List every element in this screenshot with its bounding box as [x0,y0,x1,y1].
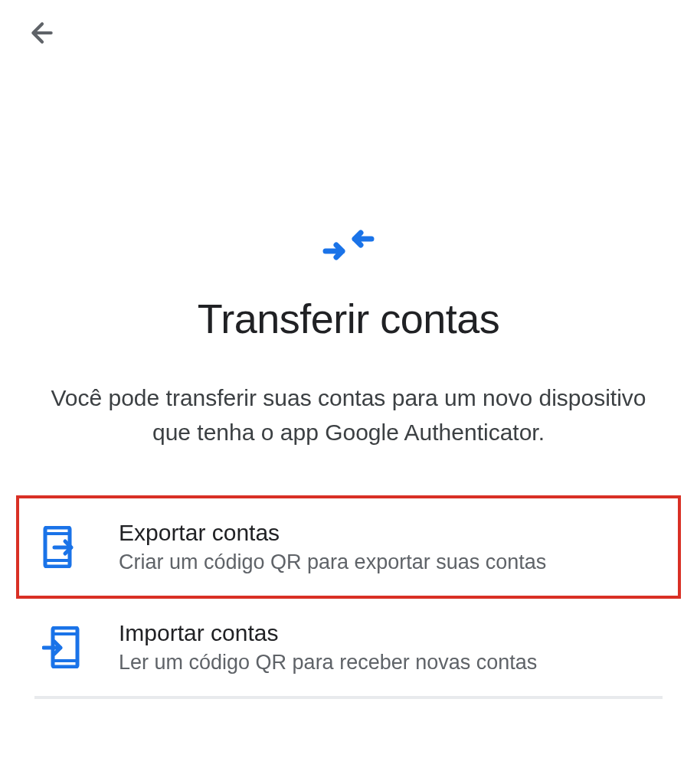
export-title: Exportar contas [119,520,546,546]
export-accounts-option[interactable]: Exportar contas Criar um código QR para … [16,495,681,599]
arrow-back-icon [27,18,57,51]
export-subtitle: Criar um código QR para exportar suas co… [119,550,546,574]
transfer-arrows-icon [31,222,666,268]
page-description: Você pode transferir suas contas para um… [31,381,666,449]
import-accounts-option[interactable]: Importar contas Ler um código QR para re… [19,599,678,696]
import-title: Importar contas [119,620,537,646]
page-title: Transferir contas [31,295,666,342]
import-phone-icon [42,626,80,668]
export-phone-icon [42,526,80,568]
divider [34,696,663,699]
back-button[interactable] [23,15,61,54]
import-subtitle: Ler um código QR para receber novas cont… [119,651,537,675]
